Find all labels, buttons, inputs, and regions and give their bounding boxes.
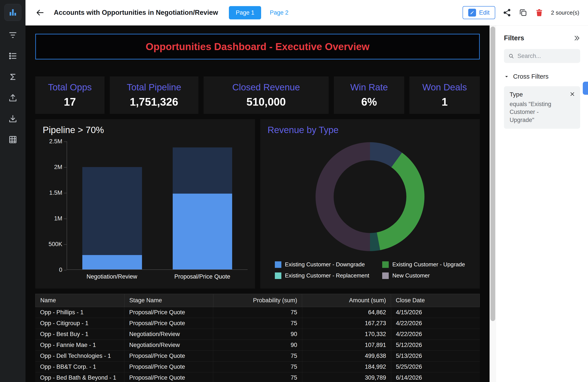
- upload-icon: [8, 93, 18, 103]
- sidebar-item-download[interactable]: [4, 110, 21, 127]
- table-cell: 64,862: [302, 307, 391, 318]
- bar-chart-panel: Pipeline > 70% 0500K1M1.5M2M2.5M Negotia…: [35, 119, 255, 289]
- stacked-bar-1[interactable]: [82, 141, 142, 269]
- table-row[interactable]: Opp - Citigroup - 1Proposal/Price Quote7…: [35, 318, 480, 329]
- left-toolbar: [0, 0, 25, 382]
- legend-item[interactable]: Existing Customer - Downgrade: [275, 261, 369, 268]
- vertical-scrollbar[interactable]: [490, 25, 496, 382]
- download-icon: [8, 114, 18, 124]
- table-cell: Proposal/Price Quote: [124, 307, 213, 318]
- caret-down-icon: [504, 74, 509, 79]
- collapse-filters-button[interactable]: [573, 35, 580, 42]
- y-tick-label: 0: [59, 267, 62, 273]
- copy-button[interactable]: [519, 8, 527, 17]
- kpi-label: Win Rate: [350, 82, 388, 93]
- column-header[interactable]: Close Date: [391, 294, 480, 307]
- legend-item[interactable]: Existing Customer - Replacement: [275, 272, 369, 279]
- bar-chart: 0500K1M1.5M2M2.5M Negotiation/ReviewProp…: [43, 141, 248, 280]
- column-header[interactable]: Probability (sum): [213, 294, 302, 307]
- kpi-card-win-rate[interactable]: Win Rate 6%: [334, 76, 404, 114]
- legend-label: Existing Customer - Upgrade: [392, 261, 465, 268]
- table-cell: Opp - Phillips - 1: [35, 307, 124, 318]
- pencil-icon: [468, 9, 476, 17]
- filter-chip-type[interactable]: Type equals "Existing Customer - Upgrade…: [504, 86, 580, 129]
- table-cell: 4/22/2026: [391, 329, 480, 340]
- legend-item[interactable]: Existing Customer - Upgrade: [382, 261, 465, 268]
- edit-button[interactable]: Edit: [462, 6, 495, 19]
- table-cell: 5/12/2026: [391, 340, 480, 350]
- table-cell: Proposal/Price Quote: [124, 318, 213, 329]
- sigma-icon: [8, 72, 18, 82]
- table-cell: 107,891: [302, 340, 391, 350]
- table-header-row: NameStage NameProbability (sum)Amount (s…: [35, 294, 480, 307]
- filter-condition: equals "Existing Customer - Upgrade": [510, 100, 574, 124]
- sidebar-item-export[interactable]: [4, 89, 21, 106]
- table-body: Opp - Phillips - 1Proposal/Price Quote75…: [35, 307, 480, 382]
- kpi-card-total-pipeline[interactable]: Total Pipeline 1,751,326: [110, 76, 198, 114]
- table-cell: 75: [213, 372, 302, 382]
- legend-label: Existing Customer - Downgrade: [285, 261, 365, 268]
- kpi-label: Total Opps: [48, 82, 92, 93]
- bar-segment[interactable]: [173, 194, 232, 269]
- donut-chart-panel: Revenue by Type Existing Customer - Down…: [260, 119, 480, 289]
- delete-button[interactable]: [535, 8, 544, 17]
- kpi-card-won-deals[interactable]: Won Deals 1: [409, 76, 480, 114]
- bar-segment[interactable]: [82, 167, 142, 255]
- donut-chart-title: Revenue by Type: [268, 125, 473, 135]
- column-header[interactable]: Stage Name: [124, 294, 213, 307]
- table-cell: 5/13/2026: [391, 351, 480, 361]
- search-icon: [508, 53, 514, 59]
- cross-filters-section[interactable]: Cross Filters: [504, 73, 580, 80]
- legend-swatch: [275, 261, 281, 268]
- charts-row: Pipeline > 70% 0500K1M1.5M2M2.5M Negotia…: [35, 119, 480, 289]
- table-row[interactable]: Opp - Phillips - 1Proposal/Price Quote75…: [35, 307, 480, 318]
- kpi-value: 6%: [361, 96, 377, 108]
- sidebar-item-dashboard[interactable]: [4, 4, 21, 21]
- tab-page-1[interactable]: Page 1: [229, 6, 261, 19]
- table-row[interactable]: Opp - BB&T Corp. - 1Proposal/Price Quote…: [35, 361, 480, 372]
- table-cell: 184,992: [302, 361, 391, 372]
- column-header[interactable]: Name: [36, 294, 124, 307]
- scrollbar-thumb[interactable]: [490, 27, 495, 321]
- sidebar-item-formula[interactable]: [4, 68, 21, 85]
- kpi-value: 1: [442, 96, 448, 108]
- filters-panel: Filters: [496, 25, 588, 382]
- table-row[interactable]: Opp - Dell Technologies - 1Proposal/Pric…: [35, 351, 480, 361]
- kpi-label: Won Deals: [422, 82, 467, 93]
- column-header[interactable]: Amount (sum): [302, 294, 391, 307]
- kpi-card-closed-revenue[interactable]: Closed Revenue 510,000: [204, 76, 329, 114]
- legend-item[interactable]: New Customer: [382, 272, 465, 279]
- table-row[interactable]: Opp - Fannie Mae - 1Negotiation/Review90…: [35, 340, 480, 351]
- sources-count: 2 source(s): [551, 9, 579, 16]
- table-cell: Negotiation/Review: [124, 329, 213, 340]
- filter-search[interactable]: [504, 49, 580, 63]
- legend-swatch: [382, 261, 389, 268]
- search-input[interactable]: [517, 53, 576, 60]
- sidebar-item-pivot[interactable]: [4, 131, 21, 148]
- sidebar-item-list[interactable]: [4, 47, 21, 64]
- chart-legend: Existing Customer - DowngradeExisting Cu…: [268, 261, 473, 279]
- tab-page-2[interactable]: Page 2: [270, 9, 289, 16]
- table-cell: 170,332: [302, 329, 391, 340]
- bar-segment[interactable]: [173, 148, 232, 194]
- bar-segment[interactable]: [82, 255, 142, 269]
- main-column: Accounts with Opportunities in Negotiati…: [25, 0, 588, 382]
- y-tick-label: 2.5M: [49, 138, 62, 145]
- back-button[interactable]: [36, 8, 45, 17]
- panel-edge-handle[interactable]: [583, 82, 588, 95]
- stacked-bar-2[interactable]: [173, 141, 232, 269]
- table-cell: 90: [213, 329, 302, 340]
- table-cell: 5/25/2026: [391, 361, 480, 372]
- table-row[interactable]: Opp - Bed Bath & Beyond - 1Proposal/Pric…: [35, 372, 480, 382]
- legend-label: Existing Customer - Replacement: [285, 272, 369, 279]
- kpi-card-total-opps[interactable]: Total Opps 17: [35, 76, 105, 114]
- table-row[interactable]: Opp - Best Buy - 1Negotiation/Review9017…: [35, 329, 480, 340]
- share-button[interactable]: [503, 8, 511, 17]
- y-axis: 0500K1M1.5M2M2.5M: [43, 141, 67, 270]
- donut-chart[interactable]: [315, 142, 424, 251]
- sidebar-item-filters[interactable]: [4, 27, 21, 43]
- remove-filter-button[interactable]: [569, 91, 575, 98]
- table-cell: 167,273: [302, 318, 391, 329]
- content-row: Opportunities Dashboard - Executive Over…: [25, 25, 588, 382]
- table-cell: 4/22/2026: [391, 318, 480, 329]
